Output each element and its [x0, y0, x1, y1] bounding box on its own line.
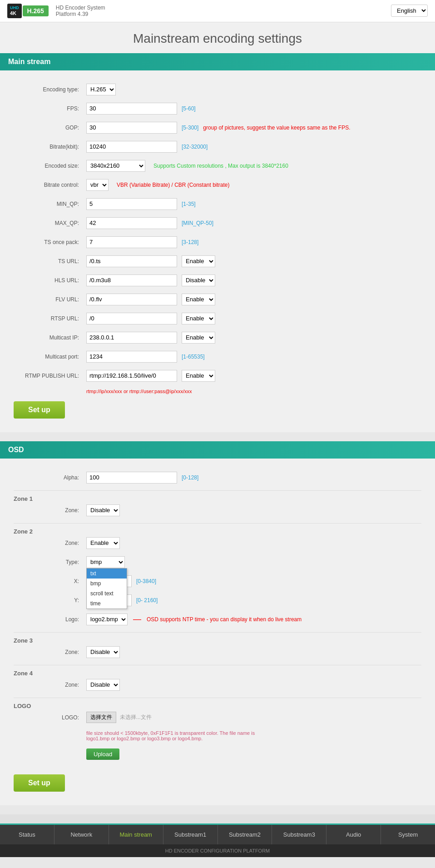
osd-setup-button[interactable]: Set up: [14, 774, 65, 792]
zone4-zone-row: Zone: Disable Enable: [14, 678, 421, 691]
max-qp-hint: [MIN_QP-50]: [182, 220, 213, 226]
zone2-logo-select[interactable]: logo2.bmp logo1.bmp logo3.bmp logo4.bmp: [86, 614, 128, 625]
zone2-y-label: Y:: [14, 597, 86, 604]
hls-url-input[interactable]: /0.m3u8: [86, 274, 177, 286]
rtmp-publish-enable-select[interactable]: Enable Disable: [182, 370, 215, 382]
rtmp-publish-input[interactable]: rtmp://192.168.1.50/live/0: [86, 370, 177, 382]
main-stream-header: Main stream: [0, 53, 435, 70]
zone3-zone-row: Zone: Disable Enable: [14, 646, 421, 658]
flv-url-input[interactable]: /0.flv: [86, 294, 177, 305]
ts-once-pack-hint: [3-128]: [182, 239, 198, 245]
gop-row: GOP: 30 [5-300] group of pictures, sugge…: [14, 121, 421, 134]
min-qp-input[interactable]: 5: [86, 198, 177, 210]
ts-url-row: TS URL: /0.ts Enable Disable: [14, 255, 421, 268]
gop-input[interactable]: 30: [86, 122, 177, 134]
logo-hint-text2: logo1.bmp or logo2.bmp or logo3.bmp or l…: [86, 736, 421, 741]
ts-once-pack-input[interactable]: 7: [86, 236, 177, 248]
bitrate-hint: [32-32000]: [182, 144, 208, 150]
zone4-zone-select[interactable]: Disable Enable: [86, 679, 120, 691]
encoding-type-label: Encoding type:: [14, 86, 86, 93]
bitrate-input[interactable]: 10240: [86, 141, 177, 153]
zone3-zone-select[interactable]: Disable Enable: [86, 646, 120, 658]
nav-status[interactable]: Status: [0, 825, 54, 844]
bitrate-row: Bitrate(kbit): 10240 [32-32000]: [14, 140, 421, 153]
multicast-port-row: Multicast port: 1234 [1-65535]: [14, 350, 421, 363]
osd-header: OSD: [0, 441, 435, 459]
zone2-x-row: X: 10 [0-3840]: [14, 575, 421, 588]
nav-substream2[interactable]: Substream2: [218, 825, 272, 844]
alpha-hint: [0-128]: [182, 474, 198, 481]
language-select[interactable]: English 中文: [391, 5, 428, 17]
ts-url-input[interactable]: /0.ts: [86, 255, 177, 267]
multicast-ip-enable-select[interactable]: Enable Disable: [182, 332, 215, 344]
multicast-ip-input[interactable]: 238.0.0.1: [86, 332, 177, 344]
encoding-type-control: H.265 H.264: [86, 84, 116, 95]
gop-note: group of pictures, suggest the value kee…: [203, 125, 350, 131]
encoded-size-label: Encoded size:: [14, 163, 86, 169]
fps-input[interactable]: 30: [86, 103, 177, 115]
min-qp-row: MIN_QP: 5 [1-35]: [14, 198, 421, 210]
h265-logo: H.265: [23, 5, 49, 16]
flv-url-enable-select[interactable]: Enable Disable: [182, 294, 215, 305]
main-stream-setup-button[interactable]: Set up: [14, 401, 65, 419]
ts-once-pack-label: TS once pack:: [14, 239, 86, 245]
zone2-zone-select[interactable]: Enable Disable: [86, 537, 120, 549]
encoded-size-control: 3840x2160 1920x1080 1280x720 Supports Cu…: [86, 160, 288, 172]
nav-system[interactable]: System: [381, 825, 435, 844]
zone2-x-label: X:: [14, 578, 86, 584]
bitrate-control-select[interactable]: vbr cbr: [86, 179, 109, 191]
multicast-port-input[interactable]: 1234: [86, 351, 177, 363]
ts-url-enable-select[interactable]: Enable Disable: [182, 255, 215, 267]
nav-main-stream[interactable]: Main stream: [109, 825, 163, 844]
osd-section: OSD Alpha: 100 [0-128] Zone 1 Zone: Disa…: [0, 441, 435, 805]
logo-label: LOGO:: [14, 714, 86, 721]
alpha-input[interactable]: 100: [86, 472, 177, 484]
encoded-size-select[interactable]: 3840x2160 1920x1080 1280x720: [86, 160, 145, 172]
uhd-label: UHD: [10, 5, 19, 10]
multicast-ip-row: Multicast IP: 238.0.0.1 Enable Disable: [14, 331, 421, 344]
zone3-title: Zone 3: [14, 637, 421, 644]
fps-label: FPS:: [14, 105, 86, 112]
zone2-logo-control: logo2.bmp logo1.bmp logo3.bmp logo4.bmp …: [86, 614, 302, 625]
max-qp-input[interactable]: 42: [86, 217, 177, 229]
dropdown-option-txt[interactable]: txt: [87, 569, 127, 579]
nav-substream1[interactable]: Substream1: [163, 825, 218, 844]
zone2-type-row: Type: bmp txt scroll text time txt bmp s…: [14, 556, 421, 569]
hls-url-enable-select[interactable]: Disable Enable: [182, 274, 215, 286]
logo-section-title: LOGO: [14, 703, 421, 709]
zone1-zone-select[interactable]: Disable Enable: [86, 504, 120, 516]
ts-url-label: TS URL:: [14, 258, 86, 264]
zone2-y-row: Y: 62 [0- 2160]: [14, 594, 421, 607]
dropdown-option-scroll[interactable]: scroll text: [87, 589, 127, 599]
bitrate-label: Bitrate(kbit):: [14, 144, 86, 150]
footer-spacer: [0, 814, 435, 823]
rtmp-publish-row: RTMP PUBLISH URL: rtmp://192.168.1.50/li…: [14, 369, 421, 382]
rtsp-url-enable-select[interactable]: Enable Disable: [182, 313, 215, 324]
encoding-type-select[interactable]: H.265 H.264: [86, 84, 116, 95]
max-qp-row: MAX_QP: 42 [MIN_QP-50]: [14, 217, 421, 229]
zone2-type-select[interactable]: bmp txt scroll text time: [86, 556, 125, 568]
logo-file-choose-button[interactable]: 选择文件: [86, 712, 116, 723]
upload-button[interactable]: Upload: [86, 748, 119, 760]
zone2-ntp-note: OSD supports NTP time - you can display …: [147, 616, 302, 623]
zone4-title: Zone 4: [14, 670, 421, 677]
logo-dash: —: [133, 614, 141, 624]
zone2-x-hint: [0-3840]: [136, 578, 156, 584]
main-stream-section: Main stream Encoding type: H.265 H.264 F…: [0, 53, 435, 432]
hls-url-label: HLS URL:: [14, 277, 86, 284]
platform-version: Platform 4.39: [56, 11, 105, 17]
nav-substream3[interactable]: Substream3: [272, 825, 326, 844]
logo-hint-text: file size should < 1500kbyte, 0xF1F1F1 i…: [86, 730, 421, 736]
nav-network[interactable]: Network: [54, 825, 109, 844]
dropdown-option-time[interactable]: time: [87, 599, 127, 609]
rtsp-url-input[interactable]: /0: [86, 313, 177, 324]
flv-url-row: FLV URL: /0.flv Enable Disable: [14, 293, 421, 306]
encoded-size-row: Encoded size: 3840x2160 1920x1080 1280x7…: [14, 160, 421, 172]
gop-label: GOP:: [14, 125, 86, 131]
nav-audio[interactable]: Audio: [326, 825, 381, 844]
dropdown-option-bmp[interactable]: bmp: [87, 579, 127, 589]
max-qp-label: MAX_QP:: [14, 220, 86, 226]
fps-hint: [5-60]: [182, 105, 196, 112]
multicast-port-hint: [1-65535]: [182, 354, 205, 360]
bitrate-control-row: Bitrate control: vbr cbr VBR (Variable B…: [14, 179, 421, 191]
